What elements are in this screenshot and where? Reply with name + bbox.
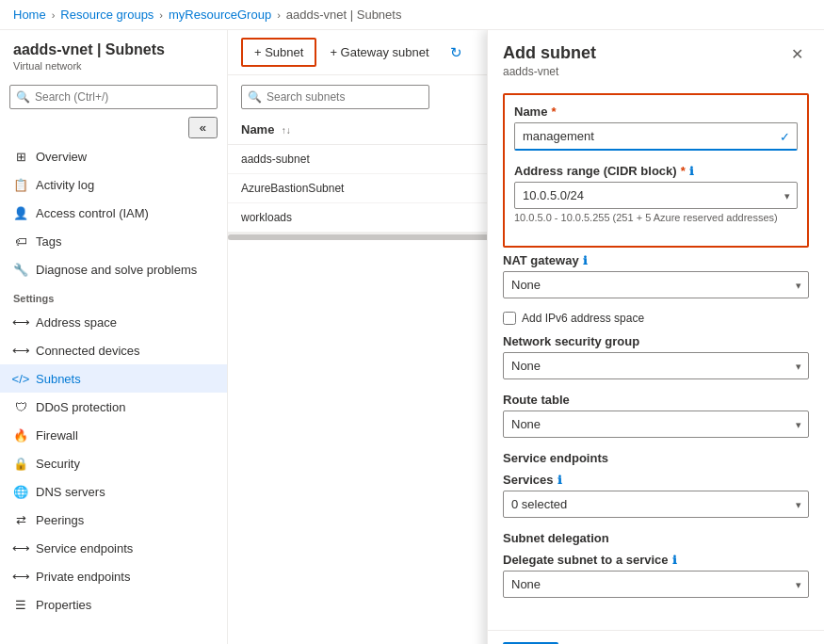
route-table-group: Route table None ▾ [503,393,809,438]
diagnose-icon: 🔧 [13,262,28,277]
breadcrumb-current: aadds-vnet | Subnets [286,8,402,22]
services-select[interactable]: 0 selected [503,491,809,518]
overview-icon: ⊞ [13,149,28,164]
add-subnet-panel: Add subnet aadds-vnet ✕ Name * ✓ [487,30,824,644]
breadcrumb: Home › Resource groups › myResourceGroup… [0,0,824,30]
panel-body: Name * ✓ Address range (CIDR block) * ℹ [488,84,824,630]
sidebar-search-wrap: 🔍 [9,85,218,109]
sidebar-item-label: Connected devices [36,344,140,358]
subnet-delegation-label: Subnet delegation [503,531,809,545]
sidebar-item-label: Access control (IAM) [36,206,149,220]
name-field-group: Name * ✓ [514,105,798,151]
breadcrumb-my-resource-group[interactable]: myResourceGroup [169,8,271,22]
sidebar-item-ddos[interactable]: 🛡 DDoS protection [0,393,227,421]
sidebar-item-label: DDoS protection [36,400,125,414]
sort-icon: ↑↓ [282,125,291,136]
nsg-select[interactable]: None [503,352,809,379]
table-search-icon: 🔍 [248,90,262,104]
panel-footer: OK [488,630,824,644]
iam-icon: 👤 [13,205,28,220]
info-icon[interactable]: ℹ [689,165,694,178]
ddos-icon: 🛡 [13,399,28,414]
settings-label: Settings [0,283,227,308]
col-name: Name ↑↓ [228,115,527,145]
info-icon[interactable]: ℹ [672,554,677,567]
route-table-label: Route table [503,393,809,407]
sidebar-item-label: Subnets [36,372,81,386]
dns-icon: 🌐 [13,484,28,499]
address-range-field-group: Address range (CIDR block) * ℹ ▾ 10.0.5.… [514,164,798,223]
route-table-select[interactable]: None [503,411,809,438]
properties-icon: ☰ [13,597,28,612]
ipv6-checkbox[interactable] [503,312,516,325]
search-input[interactable] [9,85,218,109]
breadcrumb-home[interactable]: Home [13,8,46,22]
sidebar-item-peerings[interactable]: ⇄ Peerings [0,506,227,534]
gateway-subnet-label: + Gateway subnet [330,45,428,59]
sidebar-item-properties[interactable]: ☰ Properties [0,590,227,619]
sidebar-item-label: Private endpoints [36,570,130,584]
collapse-button[interactable]: « [188,117,218,138]
sidebar-item-label: Peerings [36,513,84,527]
refresh-button[interactable]: ↻ [443,39,470,67]
sidebar-item-private-endpoints[interactable]: ⟷ Private endpoints [0,562,227,590]
sidebar: aadds-vnet | Subnets Virtual network 🔍 «… [0,30,228,644]
sidebar-item-service-endpoints[interactable]: ⟷ Service endpoints [0,534,227,562]
sidebar-item-access-control[interactable]: 👤 Access control (IAM) [0,199,227,227]
panel-title: Add subnet [503,43,596,63]
ipv6-label: Add IPv6 address space [522,312,644,325]
sidebar-item-firewall[interactable]: 🔥 Firewall [0,421,227,449]
address-icon: ⟷ [13,314,28,330]
cell-name: AzureBastionSubnet [228,174,527,203]
delegate-subnet-select[interactable]: None [503,571,809,598]
sidebar-subtitle: Virtual network [13,60,214,72]
sidebar-item-tags[interactable]: 🏷 Tags [0,227,227,255]
name-input[interactable] [514,122,798,151]
sidebar-item-label: Firewall [36,428,78,443]
panel-subtitle: aadds-vnet [503,65,596,78]
nat-gateway-group: NAT gateway ℹ None ▾ [503,253,809,298]
peering-icon: ⇄ [13,512,28,527]
sidebar-item-label: Properties [36,598,91,612]
delegate-subnet-group: Delegate subnet to a service ℹ None ▾ [503,553,809,598]
sidebar-item-label: Tags [36,234,61,249]
sidebar-item-activity-log[interactable]: 📋 Activity log [0,170,227,199]
sidebar-item-connected-devices[interactable]: ⟷ Connected devices [0,336,227,364]
nsg-group: Network security group None ▾ [503,334,809,379]
devices-icon: ⟷ [13,343,28,358]
tag-icon: 🏷 [13,233,28,249]
breadcrumb-resource-groups[interactable]: Resource groups [60,8,153,22]
add-subnet-label: + Subnet [254,45,303,59]
sidebar-item-label: Security [36,457,80,471]
private-icon: ⟷ [13,569,28,584]
address-range-input[interactable] [514,182,798,209]
activity-log-icon: 📋 [13,177,28,192]
nat-gateway-select[interactable]: None [503,271,809,298]
sidebar-item-label: Activity log [36,178,94,192]
sidebar-item-address-space[interactable]: ⟷ Address space [0,308,227,336]
subnets-icon: </> [13,371,28,386]
nat-gateway-label: NAT gateway ℹ [503,253,809,267]
delegate-subnet-label: Delegate subnet to a service ℹ [503,553,809,567]
services-label: Services ℹ [503,473,809,487]
sidebar-item-overview[interactable]: ⊞ Overview [0,142,227,170]
info-icon[interactable]: ℹ [583,254,588,267]
cell-name: aadds-subnet [228,145,527,174]
endpoint-icon: ⟷ [13,540,28,555]
sidebar-item-diagnose[interactable]: 🔧 Diagnose and solve problems [0,255,227,283]
sidebar-item-security[interactable]: 🔒 Security [0,449,227,477]
sidebar-item-label: Service endpoints [36,541,133,555]
info-icon[interactable]: ℹ [557,474,562,487]
table-search-input[interactable] [241,85,429,109]
services-group: Services ℹ 0 selected ▾ [503,473,809,518]
panel-close-button[interactable]: ✕ [785,43,809,65]
gateway-subnet-button[interactable]: + Gateway subnet [318,40,440,65]
add-subnet-button[interactable]: + Subnet [241,38,316,67]
sidebar-item-subnets[interactable]: </> Subnets [0,364,227,393]
check-icon: ✓ [780,130,790,144]
service-endpoints-label: Service endpoints [503,451,809,465]
sidebar-item-label: DNS servers [36,485,105,499]
address-range-label: Address range (CIDR block) * ℹ [514,164,798,178]
sidebar-item-dns[interactable]: 🌐 DNS servers [0,477,227,506]
sidebar-item-label: Diagnose and solve problems [36,263,197,277]
